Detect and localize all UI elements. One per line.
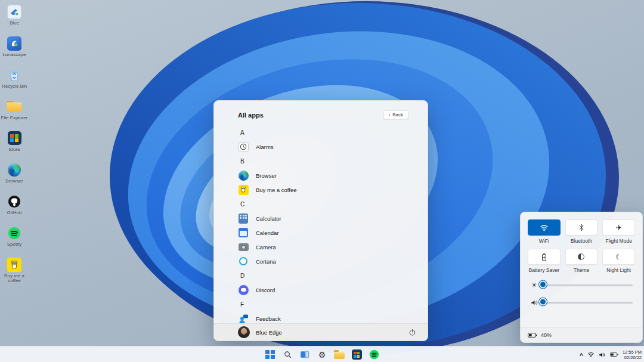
file-explorer-button[interactable] bbox=[332, 348, 346, 361]
start-menu-header: All apps ‹ Back bbox=[214, 101, 428, 119]
start-menu-user-bar: Blue Edge bbox=[214, 323, 428, 341]
desktop-icon-store[interactable]: Store bbox=[0, 130, 29, 162]
tray-time: 12:55 PM bbox=[623, 349, 642, 355]
bluetooth-tile-label: Bluetooth bbox=[571, 238, 592, 244]
discord-icon bbox=[238, 284, 249, 295]
quick-settings-tiles: WiFi Bluetooth ✈ Flight Mode Battery Sav… bbox=[521, 212, 642, 273]
user-avatar[interactable] bbox=[238, 326, 250, 338]
taskbar-center-icons: ⚙ bbox=[263, 346, 381, 362]
volume-icon bbox=[530, 299, 538, 306]
app-item-browser[interactable]: Browser bbox=[238, 168, 418, 182]
power-icon[interactable] bbox=[406, 326, 418, 338]
wifi-tile[interactable] bbox=[528, 219, 561, 236]
blue-app-icon bbox=[7, 4, 23, 20]
desktop-icon-spotify[interactable]: Spotify bbox=[0, 225, 29, 256]
buy-me-a-coffee-icon bbox=[238, 184, 249, 195]
app-item-label: Discord bbox=[256, 287, 275, 293]
bluetooth-tile[interactable] bbox=[565, 219, 598, 236]
tray-volume-icon[interactable] bbox=[599, 352, 606, 358]
app-item-label: Calendar bbox=[256, 230, 279, 236]
flight-mode-tile-label: Flight Mode bbox=[605, 238, 631, 244]
section-header-d[interactable]: D bbox=[238, 268, 418, 283]
desktop-icon-buy-me-a-coffee[interactable]: Buy me a coffee bbox=[0, 256, 29, 293]
store-icon bbox=[352, 349, 362, 360]
section-header-a[interactable]: A bbox=[238, 125, 418, 140]
desktop-icon-browser[interactable]: Browser bbox=[0, 162, 29, 193]
recycle-bin-icon bbox=[7, 67, 23, 83]
settings-button[interactable]: ⚙ bbox=[315, 348, 329, 361]
tray-date: 02/20/22 bbox=[623, 355, 642, 360]
user-name[interactable]: Blue Edge bbox=[256, 329, 282, 336]
app-item-calculator[interactable]: Calculator bbox=[238, 211, 418, 225]
desktop-icon-lunascape[interactable]: Lunascape bbox=[0, 35, 29, 67]
app-item-label: Cortana bbox=[256, 258, 276, 265]
back-chevron-icon: ‹ bbox=[389, 112, 391, 117]
volume-slider[interactable] bbox=[530, 298, 633, 307]
edge-browser-icon bbox=[7, 162, 23, 178]
store-button[interactable] bbox=[349, 348, 364, 361]
app-item-label: Alarms bbox=[256, 144, 274, 150]
task-view-button[interactable] bbox=[298, 348, 312, 361]
app-item-buy-me-a-coffee[interactable]: Buy me a coffee bbox=[238, 182, 418, 197]
app-item-discord[interactable]: Discord bbox=[238, 283, 418, 297]
spotify-icon bbox=[7, 225, 23, 241]
edge-browser-icon bbox=[238, 170, 249, 181]
section-header-b[interactable]: B bbox=[238, 154, 418, 168]
desktop-icon-file-explorer[interactable]: File Explorer bbox=[0, 98, 29, 130]
app-item-calendar[interactable]: Calendar bbox=[238, 225, 418, 240]
desktop-icon-recycle-bin[interactable]: Recycle Bin bbox=[0, 67, 29, 98]
app-item-camera[interactable]: Camera bbox=[238, 240, 418, 254]
battery-icon bbox=[528, 332, 537, 338]
section-header-c[interactable]: C bbox=[238, 197, 418, 211]
tray-clock[interactable]: 12:55 PM 02/20/22 bbox=[623, 349, 642, 360]
calendar-icon bbox=[238, 227, 249, 238]
search-icon bbox=[283, 350, 292, 359]
folder-icon bbox=[334, 350, 345, 359]
theme-icon bbox=[578, 253, 584, 260]
wifi-icon bbox=[540, 224, 549, 231]
night-light-tile-label: Night Light bbox=[606, 267, 631, 273]
flight-mode-icon: ✈ bbox=[616, 224, 622, 231]
windows-logo-icon bbox=[265, 350, 275, 360]
all-apps-title: All apps bbox=[238, 112, 264, 119]
app-item-label: Browser bbox=[256, 172, 277, 179]
app-item-label: Buy me a coffee bbox=[256, 187, 296, 193]
back-button-label: Back bbox=[392, 112, 403, 117]
taskbar: ⚙ ∧ 12:55 PM 02 bbox=[0, 346, 644, 362]
section-header-f[interactable]: F bbox=[238, 297, 418, 311]
search-button[interactable] bbox=[280, 348, 295, 361]
brightness-slider[interactable]: ☀ bbox=[530, 280, 633, 290]
desktop-icon-label: File Explorer bbox=[1, 116, 28, 120]
battery-saver-icon bbox=[541, 253, 547, 261]
tray-wifi-icon[interactable] bbox=[587, 352, 595, 357]
theme-tile[interactable] bbox=[565, 249, 598, 265]
app-item-label: Camera bbox=[256, 244, 276, 250]
flight-mode-tile[interactable]: ✈ bbox=[602, 219, 635, 236]
bluetooth-icon bbox=[578, 224, 584, 231]
desktop-icon-label: Lunascape bbox=[2, 52, 26, 57]
brightness-icon: ☀ bbox=[530, 282, 538, 289]
tray-battery-icon[interactable] bbox=[610, 352, 618, 357]
lunascape-icon bbox=[7, 35, 23, 51]
desktop-icons-column: Blue Lunascape Recycle Bin File Explo bbox=[0, 4, 29, 293]
quick-settings-panel: WiFi Bluetooth ✈ Flight Mode Battery Sav… bbox=[520, 212, 643, 343]
start-button[interactable] bbox=[263, 348, 277, 361]
tray-chevron-up-icon[interactable]: ∧ bbox=[579, 352, 584, 357]
battery-saver-tile[interactable] bbox=[528, 249, 561, 265]
spotify-button[interactable] bbox=[367, 348, 381, 361]
desktop-icon-label: Buy me a coffee bbox=[1, 274, 28, 283]
battery-saver-tile-label: Battery Saver bbox=[529, 267, 560, 273]
desktop-icon-github[interactable]: GitHub bbox=[0, 193, 29, 225]
night-light-tile[interactable]: ☾ bbox=[602, 249, 635, 265]
calculator-icon bbox=[238, 213, 249, 224]
feedback-icon bbox=[238, 313, 249, 324]
wifi-tile-label: WiFi bbox=[539, 238, 549, 244]
battery-status-row[interactable]: 40% bbox=[521, 327, 642, 342]
camera-icon bbox=[238, 242, 249, 252]
desktop-icon-blue[interactable]: Blue bbox=[0, 4, 29, 35]
github-icon bbox=[7, 193, 23, 209]
app-item-alarms[interactable]: Alarms bbox=[238, 140, 418, 154]
back-button[interactable]: ‹ Back bbox=[383, 110, 408, 119]
gear-icon: ⚙ bbox=[318, 351, 326, 359]
app-item-cortana[interactable]: Cortana bbox=[238, 254, 418, 268]
